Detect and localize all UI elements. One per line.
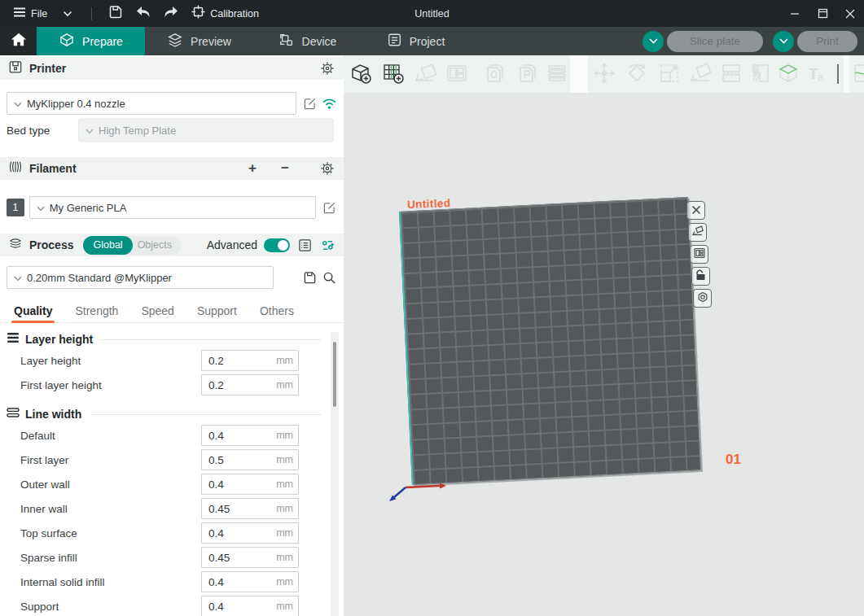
viewport-3d[interactable]: Ta Untitled 01 <box>344 55 864 616</box>
layers-button[interactable] <box>544 62 570 88</box>
param-value: 0.4 <box>208 601 276 613</box>
redo-button[interactable] <box>159 4 183 24</box>
orient-plate-button[interactable] <box>688 223 707 242</box>
tab-quality[interactable]: Quality <box>14 304 52 317</box>
auto-orient-icon <box>692 225 704 240</box>
copy-button[interactable] <box>482 62 508 88</box>
rotate-icon <box>625 61 649 89</box>
sidebar-scrollbar-thumb[interactable] <box>333 342 336 407</box>
chevron-down-icon <box>37 202 45 214</box>
cut-icon <box>719 61 743 89</box>
printer-wifi-button[interactable] <box>321 95 337 111</box>
paste-icon <box>515 61 540 89</box>
tab-preview[interactable]: Preview <box>145 27 253 55</box>
scale-tool-button[interactable] <box>656 62 682 88</box>
printer-settings-button[interactable] <box>319 60 336 76</box>
param-label: Top surface <box>20 527 77 540</box>
add-filament-button[interactable]: + <box>244 160 261 177</box>
slice-plate-button[interactable]: Slice plate <box>667 31 763 52</box>
parameter-table-button[interactable] <box>296 237 313 253</box>
tab-others[interactable]: Others <box>260 304 294 317</box>
rotate-tool-button[interactable] <box>624 62 650 88</box>
param-row-top-surface: Top surface 0.4 mm <box>0 521 326 545</box>
build-plate[interactable] <box>399 197 701 485</box>
chevron-down-icon <box>14 272 22 284</box>
home-button[interactable] <box>0 27 37 55</box>
tab-project[interactable]: Project <box>362 27 470 55</box>
first-layer-height-input[interactable]: 0.2 mm <box>201 374 299 395</box>
filament-preset-select[interactable]: My Generic PLA <box>29 196 316 219</box>
tab-prepare[interactable]: Prepare <box>37 27 145 55</box>
undo-button[interactable] <box>131 4 156 24</box>
print-button[interactable]: Print <box>797 31 857 52</box>
tab-support[interactable]: Support <box>197 304 237 317</box>
cut-tool-button[interactable] <box>718 62 744 88</box>
add-object-button[interactable] <box>348 62 374 88</box>
layer-height-input[interactable]: 0.2 mm <box>201 350 299 371</box>
save-button[interactable] <box>103 4 128 24</box>
color-paint-button[interactable] <box>775 62 801 88</box>
save-preset-button[interactable] <box>301 269 318 286</box>
slice-options-button[interactable] <box>643 31 664 52</box>
redo-icon <box>163 6 179 22</box>
first-layer-line-width-input[interactable]: 0.5 mm <box>201 449 299 470</box>
lay-on-face-button[interactable] <box>687 62 713 88</box>
tab-strength[interactable]: Strength <box>75 304 118 317</box>
param-unit: mm <box>276 478 293 490</box>
arrange-plate-button[interactable] <box>690 245 708 264</box>
maximize-button[interactable] <box>809 0 836 27</box>
move-tool-button[interactable] <box>591 62 617 88</box>
top-surface-line-width-input[interactable]: 0.4 mm <box>201 522 299 544</box>
divider <box>90 414 321 415</box>
param-label: Inner wall <box>20 503 68 515</box>
support-paint-button[interactable] <box>748 62 774 88</box>
bed-type-value: High Temp Plate <box>99 125 176 137</box>
close-button[interactable] <box>836 0 864 27</box>
default-line-width-input[interactable]: 0.4 mm <box>201 425 299 446</box>
seam-paint-button[interactable] <box>851 62 864 88</box>
internal-solid-infill-line-width-input[interactable]: 0.4 mm <box>201 571 299 592</box>
advanced-label: Advanced <box>207 238 257 251</box>
paste-button[interactable] <box>515 62 541 88</box>
chevron-down-icon <box>86 125 94 137</box>
support-line-width-input[interactable]: 0.4 mm <box>201 596 299 616</box>
delete-plate-button[interactable] <box>686 201 705 220</box>
filament-settings-button[interactable] <box>319 160 336 177</box>
printer-edit-button[interactable] <box>301 95 318 111</box>
hamburger-icon <box>13 7 26 21</box>
file-menu-label: File <box>31 8 47 20</box>
bed-type-select[interactable]: High Temp Plate <box>78 119 334 142</box>
scope-global-button[interactable]: Global <box>83 236 132 255</box>
bed-type-label: Bed type <box>7 125 78 137</box>
lock-plate-button[interactable] <box>691 267 710 286</box>
auto-orient-button[interactable] <box>413 62 439 88</box>
minimize-button[interactable] <box>781 0 809 27</box>
filament-edit-button[interactable] <box>321 199 337 216</box>
tune-button[interactable] <box>319 237 336 253</box>
param-label: Internal solid infill <box>20 576 105 588</box>
tab-project-label: Project <box>410 35 445 48</box>
advanced-toggle[interactable] <box>264 238 290 252</box>
outer-wall-line-width-input[interactable]: 0.4 mm <box>201 474 299 495</box>
inner-wall-line-width-input[interactable]: 0.45 mm <box>201 498 299 519</box>
calibration-button[interactable]: Calibration <box>186 4 264 24</box>
scope-objects-button[interactable]: Objects <box>133 236 182 255</box>
sparse-infill-line-width-input[interactable]: 0.45 mm <box>201 547 299 568</box>
text-tool-button[interactable]: Ta <box>805 62 831 88</box>
tab-device[interactable]: Device <box>253 27 362 55</box>
process-preset-select[interactable]: 0.20mm Standard @MyKlipper <box>7 266 274 289</box>
line-width-icon <box>7 407 20 422</box>
print-options-button[interactable] <box>773 31 794 52</box>
arrange-button[interactable] <box>444 62 470 88</box>
remove-filament-button[interactable]: − <box>277 160 293 177</box>
plate-settings-button[interactable] <box>693 289 712 308</box>
tab-speed[interactable]: Speed <box>141 304 173 317</box>
plate-name-label[interactable]: Untitled <box>407 197 451 211</box>
search-preset-button[interactable] <box>321 269 337 286</box>
file-menu[interactable]: File <box>8 4 52 24</box>
process-scope-toggle: Global Objects <box>83 236 182 255</box>
printer-preset-select[interactable]: MyKlipper 0.4 nozzle <box>7 92 296 115</box>
printer-preset-value: MyKlipper 0.4 nozzle <box>27 98 125 110</box>
file-dropdown-button[interactable] <box>55 4 80 24</box>
add-plate-button[interactable] <box>380 62 406 88</box>
